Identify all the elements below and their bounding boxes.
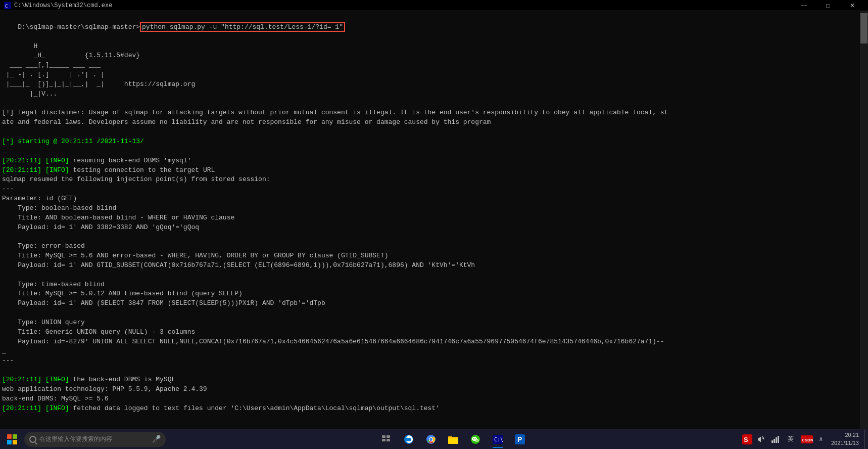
ascii-art-5: |___|_ [)]_|_|_|__,| _| https://sqlmap.o… bbox=[2, 80, 866, 89]
scrollbar[interactable] bbox=[860, 11, 868, 429]
ascii-art-4: |_ -| . [.] | .'| . | bbox=[2, 70, 866, 80]
minimize-button[interactable]: — bbox=[792, 0, 815, 11]
svg-rect-17 bbox=[448, 436, 452, 438]
ascii-art-6: |_|V... bbox=[2, 89, 866, 99]
network-icon[interactable] bbox=[769, 433, 782, 445]
svg-point-23 bbox=[476, 440, 477, 440]
svg-text:S: S bbox=[744, 436, 748, 443]
svg-rect-32 bbox=[774, 439, 775, 443]
svg-rect-34 bbox=[778, 436, 779, 443]
prompt: D:\sqlmap-master\sqlmap-master> bbox=[18, 23, 140, 31]
backend-line: back-end DBMS: MySQL >= 5.6 bbox=[2, 394, 866, 404]
cmd-taskbar-button[interactable]: C:\ bbox=[488, 430, 508, 449]
svg-point-24 bbox=[477, 440, 478, 440]
blank-line7 bbox=[2, 366, 866, 375]
web-tech-line: web application technology: PHP 5.5.9, A… bbox=[2, 385, 866, 394]
system-clock[interactable]: 20:21 2021/11/13 bbox=[828, 431, 862, 447]
payload-1: Payload: id= 1' AND 3382=3382 AND 'gQoq'… bbox=[2, 223, 866, 233]
blank-line5 bbox=[2, 271, 866, 280]
title-4: Title: Generic UNION query (NULL) - 3 co… bbox=[2, 328, 866, 337]
search-text: 在这里输入你要搜索的内容 bbox=[39, 435, 112, 443]
ime-icon[interactable]: 英 bbox=[784, 433, 798, 445]
chrome-button[interactable] bbox=[421, 430, 441, 449]
taskbar: 在这里输入你要搜索的内容 🎤 bbox=[0, 429, 868, 449]
window-title: C:\Windows\System32\cmd.exe bbox=[14, 2, 112, 9]
taskbar-right: S 英 bbox=[741, 430, 866, 449]
info-line-3: [20:21:11] [INFO] the back-end DBMS is M… bbox=[2, 375, 866, 385]
info-line-2: [20:21:11] [INFO] testing connection to … bbox=[2, 166, 866, 175]
scrollbar-thumb[interactable] bbox=[860, 13, 867, 43]
svg-rect-7 bbox=[387, 435, 390, 438]
svg-text:CSDN: CSDN bbox=[802, 438, 813, 442]
svg-rect-8 bbox=[382, 439, 385, 441]
starting-line: [*] starting @ 20:21:11 /2021-11-13/ bbox=[2, 137, 866, 147]
task-view-button[interactable] bbox=[376, 430, 397, 449]
title-bar-left: C C:\Windows\System32\cmd.exe bbox=[4, 2, 112, 9]
blank-line bbox=[2, 99, 866, 109]
svg-text:C:\: C:\ bbox=[494, 437, 503, 442]
svg-rect-31 bbox=[771, 440, 773, 443]
window-controls: — □ ✕ bbox=[792, 0, 864, 11]
disclaimer-line1: [!] legal disclaimer: Usage of sqlmap fo… bbox=[2, 108, 866, 118]
taskbar-center: C:\ P bbox=[376, 430, 530, 449]
svg-rect-2 bbox=[7, 434, 12, 439]
clock-date: 2021/11/13 bbox=[831, 439, 859, 447]
svg-rect-4 bbox=[7, 440, 12, 444]
clock-time: 20:21 bbox=[831, 431, 859, 439]
svg-rect-6 bbox=[382, 435, 385, 438]
title-2: Title: MySQL >= 5.6 AND error-based - WH… bbox=[2, 251, 866, 261]
title-bar: C C:\Windows\System32\cmd.exe — □ ✕ bbox=[0, 0, 868, 11]
type-1: Type: boolean-based blind bbox=[2, 204, 866, 213]
command-text: python sqlmap.py -u "http://sql.test/Les… bbox=[140, 22, 345, 32]
svg-text:C: C bbox=[5, 4, 8, 9]
svg-point-20 bbox=[473, 438, 474, 439]
title-3: Title: MySQL >= 5.0.12 AND time-based bl… bbox=[2, 289, 866, 299]
svg-rect-3 bbox=[13, 434, 17, 439]
title-1: Title: AND boolean-based blind - WHERE o… bbox=[2, 213, 866, 223]
separator-1: --- bbox=[2, 185, 866, 194]
payload-3: Payload: id= 1' AND (SELECT 3847 FROM (S… bbox=[2, 299, 866, 308]
edge-browser-button[interactable] bbox=[399, 430, 419, 449]
info-line-4: [20:21:11] [INFO] fetched data logged to… bbox=[2, 404, 866, 414]
ascii-art-3: ___ ___[,]_____ ___ ___ bbox=[2, 61, 866, 70]
cmd-icon: C bbox=[4, 2, 11, 9]
ascii-art-2: _H_ {1.5.11.5#dev} bbox=[2, 51, 866, 61]
underscore-line: _ bbox=[2, 347, 866, 356]
svg-rect-5 bbox=[13, 440, 17, 444]
svg-point-21 bbox=[475, 438, 476, 439]
file-explorer-button[interactable] bbox=[443, 430, 463, 449]
param-line: Parameter: id (GET) bbox=[2, 194, 866, 204]
notification-expand-icon[interactable]: ∧ bbox=[816, 430, 826, 449]
svg-rect-9 bbox=[387, 439, 390, 441]
system-tray-icons: S 英 bbox=[741, 430, 826, 449]
info-line-1: [20:21:11] [INFO] resuming back-end DBMS… bbox=[2, 156, 866, 166]
close-button[interactable]: ✕ bbox=[841, 0, 864, 11]
payload-4: Payload: id=-8279' UNION ALL SELECT NULL… bbox=[2, 337, 866, 347]
command-line: D:\sqlmap-master\sqlmap-master>python sq… bbox=[2, 13, 866, 42]
type-3: Type: time-based blind bbox=[2, 280, 866, 290]
maximize-button[interactable]: □ bbox=[816, 0, 840, 11]
blank-line4 bbox=[2, 232, 866, 242]
wechat-button[interactable] bbox=[465, 430, 486, 449]
show-desktop-button[interactable] bbox=[864, 430, 866, 449]
type-2: Type: error-based bbox=[2, 242, 866, 251]
blank-line2 bbox=[2, 127, 866, 137]
csdn-icon[interactable]: CSDN bbox=[800, 433, 814, 445]
type-4: Type: UNION query bbox=[2, 318, 866, 328]
sogou-tray-icon[interactable]: S bbox=[741, 433, 753, 445]
microphone-icon[interactable]: 🎤 bbox=[152, 435, 161, 443]
search-bar[interactable]: 在这里输入你要搜索的内容 🎤 bbox=[24, 432, 166, 447]
separator-2: --- bbox=[2, 356, 866, 366]
svg-rect-33 bbox=[776, 437, 777, 443]
svg-point-22 bbox=[475, 439, 479, 442]
search-icon bbox=[29, 436, 36, 443]
start-button[interactable] bbox=[2, 430, 22, 449]
svg-point-14 bbox=[429, 438, 432, 441]
resumed-line: sqlmap resumed the following injection p… bbox=[2, 175, 866, 185]
p-app-button[interactable]: P bbox=[510, 430, 530, 449]
payload-2: Payload: id= 1' AND GTID_SUBSET(CONCAT(0… bbox=[2, 261, 866, 271]
ascii-art: H bbox=[2, 42, 866, 52]
blank-line6 bbox=[2, 308, 866, 318]
volume-icon[interactable] bbox=[755, 433, 767, 445]
terminal-window: D:\sqlmap-master\sqlmap-master>python sq… bbox=[0, 11, 868, 429]
